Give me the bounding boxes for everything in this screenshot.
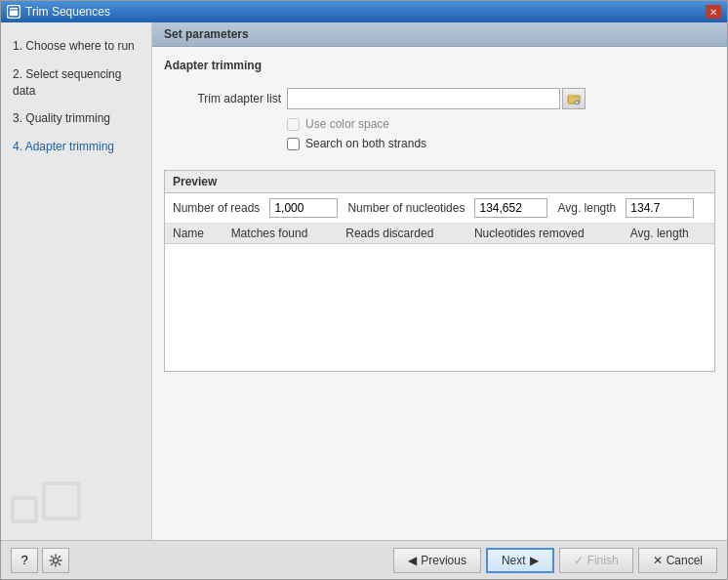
preview-stats: Number of reads Number of nucleotides Av…: [165, 193, 714, 224]
next-label: Next: [502, 554, 526, 567]
preview-table: Name Matches found Reads discarded Nucle…: [165, 224, 714, 371]
sidebar-item-select-sequencing[interactable]: 2. Select sequencing data: [1, 61, 151, 105]
finish-label: Finish: [587, 554, 619, 567]
preview-table-body: [165, 244, 714, 371]
watermark-square-small: [11, 496, 38, 523]
sidebar-item-choose-where[interactable]: 1. Choose where to run: [1, 32, 151, 61]
search-strands-row: Search on both strands: [287, 137, 715, 150]
adapter-form: Trim adapter list: [174, 88, 715, 150]
main-window: Trim Sequences ✕ 1. Choose where to run …: [0, 0, 728, 580]
sidebar: 1. Choose where to run 2. Select sequenc…: [1, 22, 152, 540]
help-button[interactable]: ?: [11, 548, 38, 573]
col-nucleotides-removed: Nucleotides removed: [466, 224, 623, 244]
bottom-bar: ? ◀ Previous Next ▶ ✓ Finish ✕: [1, 540, 727, 579]
next-arrow: ▶: [530, 554, 539, 567]
sidebar-watermark: [11, 481, 81, 520]
col-name: Name: [165, 224, 223, 244]
cancel-x: ✕: [653, 554, 663, 567]
col-matches: Matches found: [223, 224, 339, 244]
bottom-left-buttons: ?: [11, 548, 69, 573]
previous-button[interactable]: ◀ Previous: [393, 548, 481, 573]
number-of-nucleotides-label: Number of nucleotides: [347, 201, 465, 215]
number-of-reads-value[interactable]: [269, 198, 338, 218]
trim-adapter-label: Trim adapter list: [174, 92, 281, 105]
trim-adapter-input[interactable]: [287, 88, 560, 109]
sidebar-item-adapter-trimming[interactable]: 4. Adapter trimming: [1, 133, 151, 161]
trim-adapter-row: Trim adapter list: [174, 88, 715, 109]
window-title: Trim Sequences: [25, 5, 706, 19]
browse-button[interactable]: [562, 88, 586, 109]
table-header-row: Name Matches found Reads discarded Nucle…: [165, 224, 714, 244]
cancel-button[interactable]: ✕ Cancel: [638, 548, 717, 573]
content-area: Set parameters Adapter trimming Trim ada…: [152, 22, 727, 540]
folder-icon: [567, 92, 581, 105]
preview-header: Preview: [165, 171, 714, 193]
svg-point-6: [54, 558, 59, 562]
previous-label: Previous: [421, 554, 466, 567]
main-content: 1. Choose where to run 2. Select sequenc…: [1, 22, 727, 540]
search-strands-label: Search on both strands: [305, 137, 426, 150]
svg-rect-0: [9, 7, 19, 17]
use-color-space-checkbox[interactable]: [287, 118, 300, 131]
watermark-square-large: [42, 481, 81, 520]
bottom-right-buttons: ◀ Previous Next ▶ ✓ Finish ✕ Cancel: [393, 548, 717, 573]
settings-button[interactable]: [42, 548, 69, 573]
use-color-space-label: Use color space: [305, 117, 389, 131]
close-button[interactable]: ✕: [706, 5, 721, 19]
preview-table-head: Name Matches found Reads discarded Nucle…: [165, 224, 714, 244]
number-of-nucleotides-value[interactable]: [474, 198, 547, 218]
window-icon: [7, 5, 20, 19]
section-title: Adapter trimming: [164, 59, 715, 72]
empty-row: [165, 244, 714, 371]
prev-arrow: ◀: [408, 554, 417, 567]
section-header: Set parameters: [152, 22, 727, 47]
preview-table-container: Name Matches found Reads discarded Nucle…: [165, 224, 714, 371]
use-color-space-row: Use color space: [287, 117, 715, 131]
sidebar-item-quality-trimming[interactable]: 3. Quality trimming: [1, 104, 151, 133]
preview-section: Preview Number of reads Number of nucleo…: [164, 170, 715, 372]
number-of-reads-label: Number of reads: [173, 201, 260, 215]
content-panel: Adapter trimming Trim adapter list: [152, 47, 727, 540]
finish-checkmark: ✓: [574, 554, 584, 567]
search-strands-checkbox[interactable]: [287, 138, 300, 150]
next-button[interactable]: Next ▶: [486, 548, 554, 573]
title-bar: Trim Sequences ✕: [1, 1, 727, 22]
col-avg-length: Avg. length: [623, 224, 714, 244]
finish-button[interactable]: ✓ Finish: [559, 548, 633, 573]
avg-length-label: Avg. length: [557, 201, 616, 215]
wrench-icon: [49, 554, 62, 567]
avg-length-value[interactable]: [626, 198, 694, 218]
col-reads-discarded: Reads discarded: [338, 224, 466, 244]
cancel-label: Cancel: [667, 554, 703, 567]
